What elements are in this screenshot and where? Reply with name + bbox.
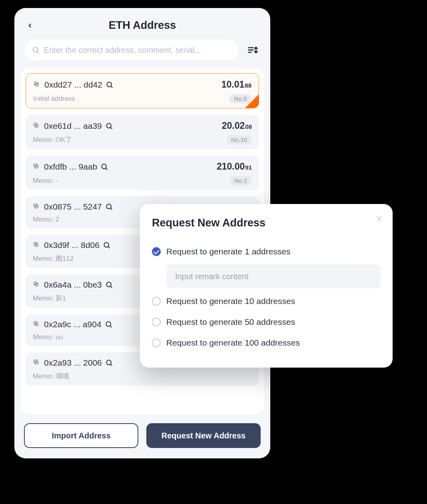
copy-icon[interactable]: [33, 281, 41, 289]
copy-icon[interactable]: [33, 359, 41, 367]
request-option[interactable]: Request to generate 100 addresses: [152, 332, 381, 353]
address-card-top: 0xdd27 ... dd4210.0188: [33, 79, 251, 90]
svg-point-32: [106, 322, 111, 326]
svg-line-9: [111, 86, 113, 88]
svg-point-24: [104, 242, 109, 247]
address-text: 0x2a93 ... 2006: [44, 358, 102, 368]
option-label: Request to generate 10 addresses: [166, 296, 295, 306]
index-badge: No.2: [229, 176, 252, 185]
close-button[interactable]: [375, 214, 384, 225]
radio-checked-icon[interactable]: [152, 247, 161, 256]
magnify-icon[interactable]: [105, 122, 113, 130]
balance: 20.0208: [222, 120, 252, 131]
copy-icon[interactable]: [33, 163, 41, 171]
address-card-top: 0xfdfb ... 9aab210.0091: [33, 161, 252, 172]
page-title: ETH Address: [24, 19, 261, 32]
sort-button[interactable]: [245, 42, 261, 58]
request-option[interactable]: Request to generate 50 addresses: [152, 312, 381, 332]
svg-point-28: [106, 282, 111, 287]
remark-input-wrapper: [166, 264, 381, 288]
svg-line-17: [106, 168, 108, 170]
request-option[interactable]: Request to generate 1 addresses: [152, 241, 381, 262]
magnify-icon[interactable]: [105, 320, 113, 328]
memo-text: Memo: -: [33, 177, 58, 185]
modal-title: Request New Address: [152, 217, 381, 229]
address-card[interactable]: 0xfdfb ... 9aab210.0091Memo: -No.2: [26, 156, 259, 190]
radio-icon[interactable]: [152, 297, 161, 306]
option-label: Request to generate 100 addresses: [166, 338, 300, 348]
modal-options: Request to generate 1 addressesRequest t…: [152, 241, 381, 353]
memo-text: Memo: uu: [33, 333, 63, 341]
copy-icon[interactable]: [33, 241, 41, 249]
request-new-address-button[interactable]: Request New Address: [146, 423, 261, 448]
remark-input[interactable]: [175, 272, 372, 281]
memo-text: Memo: 新1: [33, 294, 66, 303]
memo-text: Memo: 圈112: [33, 254, 74, 263]
option-label: Request to generate 1 addresses: [166, 247, 291, 256]
svg-line-25: [108, 247, 110, 248]
memo-text: Memo: 2: [33, 216, 59, 224]
svg-line-37: [111, 364, 112, 366]
address-card-bottom: Memo: OK了No.10: [33, 135, 252, 144]
svg-point-20: [106, 204, 111, 209]
magnify-icon[interactable]: [105, 359, 113, 367]
memo-text: Initial address: [33, 95, 75, 103]
svg-line-33: [110, 326, 112, 328]
header: ETH Address: [14, 16, 270, 39]
balance: 210.0091: [217, 161, 252, 172]
copy-icon[interactable]: [33, 203, 41, 211]
search-row: [14, 39, 270, 68]
address-card-top: 0xe61d ... aa3920.0208: [33, 120, 252, 131]
address-card-bottom: Memo: -No.2: [33, 176, 252, 185]
request-address-modal: Request New Address Request to generate …: [140, 204, 393, 368]
magnify-icon[interactable]: [106, 81, 114, 89]
svg-line-13: [111, 127, 112, 129]
balance: 10.0188: [221, 79, 251, 90]
address-text: 0x3d9f ... 8d06: [44, 240, 100, 250]
request-option[interactable]: Request to generate 10 addresses: [152, 291, 381, 312]
sort-icon: [247, 44, 258, 56]
footer-buttons: Import Address Request New Address: [14, 414, 270, 458]
svg-line-21: [111, 208, 112, 210]
option-label: Request to generate 50 addresses: [166, 317, 295, 327]
svg-point-16: [102, 164, 106, 169]
address-text: 0xfdfb ... 9aab: [44, 162, 97, 172]
copy-icon[interactable]: [33, 320, 41, 328]
address-text: 0x2a9c ... a904: [44, 320, 102, 329]
address-card-bottom: Memo: 哦哦: [33, 372, 252, 381]
import-address-button[interactable]: Import Address: [24, 423, 138, 448]
magnify-icon[interactable]: [100, 163, 108, 171]
address-text: 0x6a4a ... 0be3: [44, 280, 102, 290]
address-text: 0xdd27 ... dd42: [44, 80, 102, 90]
magnify-icon[interactable]: [105, 203, 113, 211]
address-card[interactable]: 0xdd27 ... dd4210.0188Initial addressNo.…: [26, 73, 259, 108]
magnify-icon[interactable]: [103, 241, 111, 249]
svg-line-1: [37, 52, 39, 53]
index-badge: No.10: [226, 135, 252, 144]
svg-point-36: [106, 360, 111, 365]
address-card[interactable]: 0xe61d ... aa3920.0208Memo: OK了No.10: [26, 115, 259, 149]
copy-icon[interactable]: [33, 81, 41, 89]
search-input[interactable]: [44, 46, 231, 55]
svg-point-8: [107, 82, 112, 87]
address-text: 0x0875 ... 5247: [44, 202, 102, 212]
memo-text: Memo: OK了: [33, 135, 72, 144]
selected-corner-icon: [245, 94, 259, 108]
svg-point-12: [106, 123, 111, 128]
radio-icon[interactable]: [152, 318, 161, 326]
copy-icon[interactable]: [33, 122, 41, 130]
search-box[interactable]: [24, 39, 239, 61]
address-card-bottom: Initial addressNo.0: [33, 94, 251, 103]
magnify-icon[interactable]: [105, 281, 113, 289]
search-icon: [32, 46, 40, 54]
close-icon: [375, 214, 384, 223]
radio-icon[interactable]: [152, 338, 161, 347]
memo-text: Memo: 哦哦: [33, 372, 69, 381]
address-text: 0xe61d ... aa39: [44, 121, 102, 131]
svg-line-29: [111, 286, 112, 288]
svg-point-0: [33, 47, 38, 52]
